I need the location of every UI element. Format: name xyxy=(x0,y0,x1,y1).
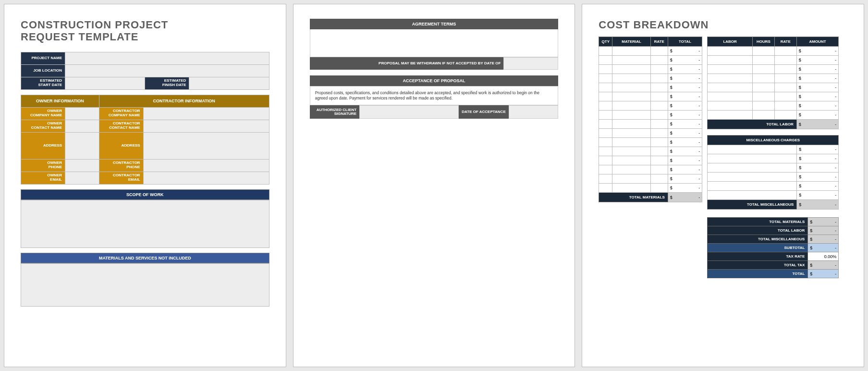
cost-tables-wrap: QTY MATERIAL RATE TOTAL $- $- $- $- $- $… xyxy=(599,37,847,278)
row-total: $- xyxy=(668,165,702,174)
summary-total-materials: TOTAL MATERIALS$- xyxy=(708,218,839,226)
labor-table: LABOR HOURS RATE AMOUNT $- $- $- $- $- $… xyxy=(707,37,839,129)
row-amount: $- xyxy=(796,83,839,92)
project-name-label: PROJECT NAME xyxy=(21,52,65,64)
row-amount: $- xyxy=(796,74,839,83)
contractor-contact-value[interactable] xyxy=(143,120,269,132)
doc-title: CONSTRUCTION PROJECT REQUEST TEMPLATE xyxy=(21,19,269,43)
est-start-label: ESTIMATED START DATE xyxy=(21,77,65,89)
contractor-address-label: ADDRESS xyxy=(99,132,143,159)
tax-rate-value[interactable]: 0.00% xyxy=(808,252,839,261)
summary-subtotal: SUBTOTAL$- xyxy=(708,244,839,252)
job-location-value[interactable] xyxy=(65,64,269,77)
row-amount: $- xyxy=(796,47,839,56)
owner-phone-value[interactable] xyxy=(65,159,99,172)
table-row: $- xyxy=(599,147,702,156)
contractor-email-value[interactable] xyxy=(143,172,269,184)
row-total: $- xyxy=(668,101,702,111)
total-materials-value: $- xyxy=(668,193,702,202)
date-acceptance-label: DATE OF ACCEPTANCE xyxy=(459,105,509,119)
table-row: $- xyxy=(708,191,839,200)
acceptance-text: Proposed costs, specifications, and cond… xyxy=(310,86,559,105)
contractor-phone-value[interactable] xyxy=(143,159,269,172)
est-start-value[interactable] xyxy=(65,77,145,89)
table-row: $- xyxy=(599,165,702,174)
row-total: $- xyxy=(668,147,702,156)
row-total: $- xyxy=(668,74,702,83)
table-row: $- xyxy=(599,120,702,129)
table-row: $- xyxy=(599,129,702,138)
project-name-value[interactable] xyxy=(65,52,269,64)
summary-tax-rate: TAX RATE0.00% xyxy=(708,252,839,261)
est-finish-value[interactable] xyxy=(189,77,269,89)
labor-misc-column: LABOR HOURS RATE AMOUNT $- $- $- $- $- $… xyxy=(707,37,839,278)
materials-col-qty: QTY xyxy=(599,37,612,47)
table-row: $- xyxy=(599,138,702,147)
total-labor-label: TOTAL LABOR xyxy=(708,120,796,129)
table-row: $- xyxy=(708,74,839,83)
total-misc-label: TOTAL MISCELLANEOUS xyxy=(708,200,797,210)
header-table: PROJECT NAME JOB LOCATION ESTIMATED STAR… xyxy=(21,52,269,90)
row-amount: $- xyxy=(797,145,839,154)
total-misc-value: $- xyxy=(797,200,839,210)
table-row: $- xyxy=(599,111,702,120)
withdrawn-by-value[interactable] xyxy=(503,57,558,70)
table-row: $- xyxy=(599,65,702,74)
table-row: $- xyxy=(708,56,839,65)
date-acceptance-value[interactable] xyxy=(509,105,559,119)
materials-excluded-textarea[interactable] xyxy=(21,263,269,307)
row-total: $- xyxy=(668,65,702,74)
auth-signature-value[interactable] xyxy=(359,105,459,119)
misc-header: MISCELLANEOUS CHARGES xyxy=(708,136,839,145)
labor-col-amount: AMOUNT xyxy=(796,37,839,47)
table-row: $- xyxy=(708,182,839,191)
total-materials-label: TOTAL MATERIALS xyxy=(599,193,668,202)
materials-column: QTY MATERIAL RATE TOTAL $- $- $- $- $- $… xyxy=(599,37,702,278)
table-row: $- xyxy=(708,101,839,111)
owner-email-label: OWNER EMAIL xyxy=(21,172,65,184)
row-total: $- xyxy=(668,111,702,120)
row-amount: $- xyxy=(797,191,839,200)
summary-table: TOTAL MATERIALS$- TOTAL LABOR$- TOTAL MI… xyxy=(707,217,839,278)
row-amount: $- xyxy=(797,163,839,173)
labor-col-labor: LABOR xyxy=(708,37,753,47)
row-total: $- xyxy=(668,129,702,138)
row-amount: $- xyxy=(796,65,839,74)
scope-header: SCOPE OF WORK xyxy=(21,189,269,200)
page-3: COST BREAKDOWN QTY MATERIAL RATE TOTAL $… xyxy=(582,4,864,367)
table-row: $- xyxy=(708,173,839,182)
row-amount: $- xyxy=(796,92,839,101)
table-row: $- xyxy=(599,56,702,65)
pages-container: CONSTRUCTION PROJECT REQUEST TEMPLATE PR… xyxy=(4,4,864,367)
contractor-company-value[interactable] xyxy=(143,107,269,120)
title-line-2: REQUEST TEMPLATE xyxy=(21,31,138,43)
row-total: $- xyxy=(668,120,702,129)
summary-total-labor: TOTAL LABOR$- xyxy=(708,226,839,235)
summary-grand-total: TOTAL$- xyxy=(708,270,839,278)
row-total: $- xyxy=(668,47,702,56)
auth-signature-label: AUTHORIZED CLIENT SIGNATURE xyxy=(310,105,360,119)
owner-address-value[interactable] xyxy=(65,132,99,159)
table-row: $- xyxy=(599,101,702,111)
owner-address-label: ADDRESS xyxy=(21,132,65,159)
summary-total-tax: TOTAL TAX$- xyxy=(708,261,839,270)
table-row: $- xyxy=(599,184,702,193)
contractor-address-value[interactable] xyxy=(143,132,269,159)
row-total: $- xyxy=(668,156,702,165)
table-row: $- xyxy=(708,47,839,56)
row-total: $- xyxy=(668,184,702,193)
owner-contact-value[interactable] xyxy=(65,120,99,132)
owner-company-label: OWNER COMPANY NAME xyxy=(21,107,65,120)
cost-breakdown-title: COST BREAKDOWN xyxy=(599,19,847,31)
row-amount: $- xyxy=(796,56,839,65)
table-row: $- xyxy=(599,92,702,101)
contractor-phone-label: CONTRACTOR PHONE xyxy=(99,159,143,172)
owner-company-value[interactable] xyxy=(65,107,99,120)
scope-textarea[interactable] xyxy=(21,200,269,248)
row-amount: $- xyxy=(797,154,839,163)
summary-total-misc: TOTAL MISCELLANEOUS$- xyxy=(708,235,839,244)
owner-phone-label: OWNER PHONE xyxy=(21,159,65,172)
owner-email-value[interactable] xyxy=(65,172,99,184)
agreement-terms-textarea[interactable] xyxy=(310,29,559,57)
row-amount: $- xyxy=(797,182,839,191)
